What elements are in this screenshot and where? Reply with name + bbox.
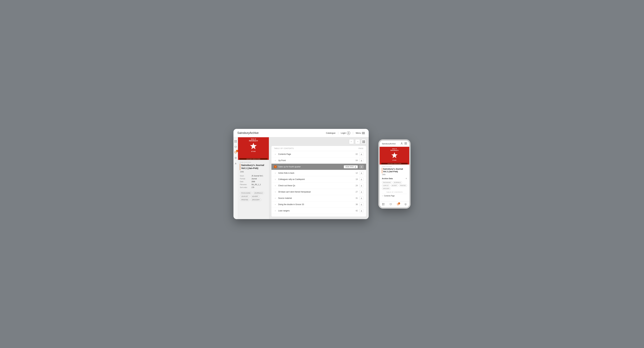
table-row: + Up Front 04	[272, 157, 366, 164]
toc-expand-btn[interactable]: +	[274, 178, 276, 181]
tag-packaging[interactable]: PACKAGING	[240, 192, 252, 194]
tag-printed[interactable]: PRINTED	[240, 198, 250, 201]
toc-row-title: Sales up for fourth quarter	[278, 166, 342, 168]
toc-download-btn[interactable]	[359, 190, 364, 194]
mobile-cover-save: Save at	[392, 148, 397, 150]
view-pdf-button[interactable]: VIEW (PDF)	[344, 165, 358, 168]
toc-download-btn[interactable]	[359, 203, 364, 206]
mobile-archive-row: Archive Data +	[382, 177, 407, 180]
toc-row-page: 42	[353, 210, 358, 212]
info-val-sort: 179	[252, 187, 254, 188]
toc-expand-btn[interactable]: +	[274, 184, 276, 187]
toc-expand-btn[interactable]: +	[274, 197, 276, 199]
toc-download-btn[interactable]	[359, 184, 364, 187]
menu-button[interactable]: Menu	[356, 132, 365, 134]
desktop-content: ← → TABLE OF CONTENTS PAGE	[269, 137, 369, 219]
toc-expand-btn[interactable]: +	[274, 203, 276, 206]
mobile-user-icon[interactable]	[400, 142, 403, 145]
svg-rect-2	[236, 140, 237, 141]
table-row: + Check out these Qs 24	[272, 183, 366, 189]
mobile-tag-grocery[interactable]: GROCERY	[382, 187, 391, 190]
info-key-sort: Sort order:	[240, 187, 252, 188]
mobile-tag-packaging[interactable]: PACKAGING	[382, 181, 392, 184]
toc-header: TABLE OF CONTENTS PAGE	[272, 146, 366, 151]
toc-expand-btn[interactable]: +	[274, 165, 276, 168]
mobile-toc-expand[interactable]: +	[382, 195, 383, 197]
toc-expand-btn[interactable]: +	[274, 159, 276, 162]
cover-star-container: 20	[250, 142, 257, 150]
toc-expand-btn[interactable]: +	[274, 153, 276, 155]
toc-row-page: 02	[353, 153, 358, 155]
svg-rect-11	[404, 144, 407, 144]
toc-row-page: 24	[353, 184, 358, 187]
mobile-tag-journals[interactable]: JOURNALS	[393, 181, 402, 184]
toc-expand-btn[interactable]: +	[274, 191, 276, 193]
mobile-logo: SainsburyArchive	[382, 143, 396, 145]
mobile-footer-heart[interactable]	[390, 203, 392, 206]
tag-leaflet[interactable]: LEAFLET	[240, 195, 250, 198]
mobile-toc-row: + Contents Page	[382, 194, 407, 198]
table-row: + Source material 31	[272, 195, 366, 201]
alarm-icon[interactable]	[234, 156, 237, 160]
cover-star-text: star	[251, 151, 256, 152]
mobile-archive-expand[interactable]: +	[406, 177, 407, 180]
login-button[interactable]: Login	[341, 131, 350, 135]
toc-download-btn[interactable]	[359, 209, 364, 212]
tag-advert[interactable]: ADVERT	[250, 195, 260, 198]
publication-title: Sainsbury's Journal Vol.1 (Jan-Feb)	[241, 164, 267, 170]
toc-download-btn[interactable]	[359, 171, 364, 175]
toc-row-title: Up Front	[278, 159, 352, 162]
comment-icon[interactable]: 2	[234, 151, 237, 154]
toc-row-page: 12	[353, 172, 358, 174]
toc-row-page: 27	[353, 191, 358, 193]
grid-toggle-button[interactable]	[361, 139, 366, 144]
toc-download-btn[interactable]	[359, 152, 364, 156]
toc-download-btn[interactable]	[359, 196, 364, 200]
mobile-tag-leaflet[interactable]: LEAFLET	[382, 184, 390, 187]
tag-grocery[interactable]: GROCERY	[250, 198, 261, 201]
prev-button[interactable]: ←	[349, 139, 354, 144]
next-button[interactable]: →	[355, 139, 360, 144]
table-row: + Loan rangers 42	[272, 208, 366, 214]
toc-download-btn[interactable]	[359, 178, 364, 181]
desktop-device: SainsburyArchive Catalogue Login Menu	[234, 129, 369, 219]
mobile-tag-printed[interactable]: PRINTED	[399, 184, 407, 187]
svg-rect-15	[382, 204, 383, 205]
mobile-cover-bottom-text: Grocery Reductions	[381, 163, 408, 164]
toc-download-btn[interactable]	[359, 159, 364, 162]
mobile-pub-label: PUBLICATIONS	[382, 166, 407, 167]
magazine-cover: Save at Sainsbury's 20 star Grocery Redu…	[238, 137, 269, 160]
mobile-logo-suffix: Archive	[390, 143, 396, 145]
svg-rect-10	[404, 143, 407, 144]
info-val-date: 2006	[252, 181, 255, 183]
mobile-tags: PACKAGING JOURNALS LEAFLET ADVERT PRINTE…	[382, 181, 407, 190]
thumbnail-panel: Save at Sainsbury's 20 star Grocery Redu…	[238, 137, 269, 219]
toc-download-btn[interactable]	[359, 165, 364, 169]
toc-row-page: 19	[353, 178, 358, 180]
mobile-tag-advert[interactable]: ADVERT	[390, 184, 398, 187]
table-row: + Doing the double in Grocer 33 38	[272, 201, 366, 208]
download-icon[interactable]	[234, 162, 237, 165]
cover-save-text: Save at	[251, 138, 256, 140]
info-val-format: Journal	[252, 178, 257, 180]
cover-bottom-text: Grocery Reductions	[239, 159, 268, 160]
toc-expand-btn[interactable]: +	[274, 209, 276, 212]
desktop-tags: PACKAGING JOURNALS LEAFLET ADVERT PRINTE…	[238, 190, 269, 202]
catalogue-link[interactable]: Catalogue	[326, 132, 335, 134]
mobile-footer-grid[interactable]	[382, 203, 384, 206]
content-toolbar: ← →	[269, 137, 369, 146]
mobile-orange-bar	[382, 168, 382, 173]
info-val-filename: SA_JS1_1_1	[252, 184, 261, 185]
heart-icon[interactable]	[234, 145, 237, 149]
mobile-toc-header: TABLE OF CONTENTS	[382, 191, 407, 193]
mobile-cover-bottom: Grocery Reductions	[381, 163, 408, 165]
grid-view-icon[interactable]	[234, 140, 237, 143]
toc-expand-btn[interactable]: +	[274, 172, 276, 174]
mobile-logo-brand: Sainsbury	[382, 143, 390, 145]
mobile-footer-alarm[interactable]	[404, 203, 407, 206]
svg-rect-14	[384, 203, 384, 204]
mobile-menu-icon[interactable]	[404, 142, 407, 145]
orange-accent-bar	[240, 164, 240, 170]
hamburger-icon	[362, 132, 365, 134]
tag-journals[interactable]: JOURNALS	[253, 192, 264, 194]
